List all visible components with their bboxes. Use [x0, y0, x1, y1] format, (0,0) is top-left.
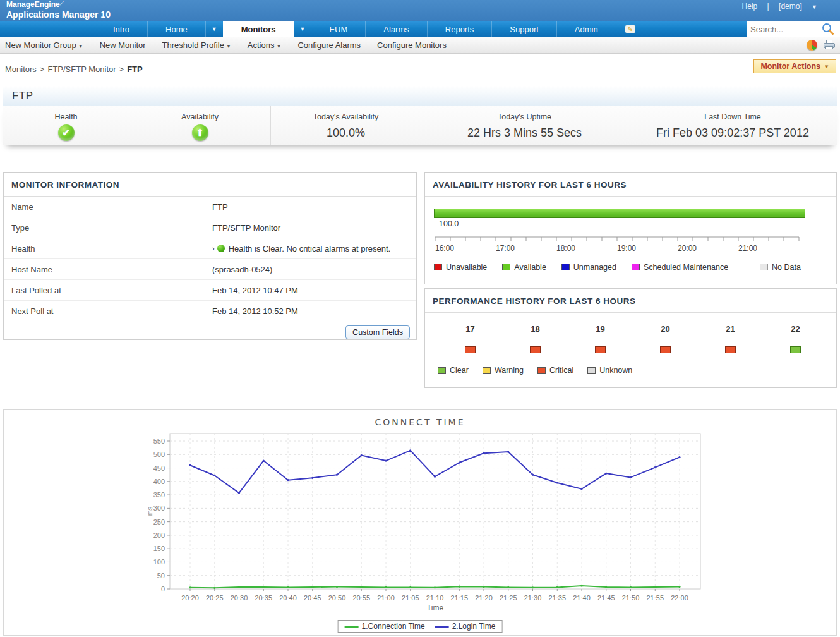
tab-support[interactable]: Support	[491, 21, 556, 37]
dropdown-caret-icon: ▼	[226, 44, 231, 49]
perf-status-critical-icon[interactable]	[465, 346, 476, 353]
perf-status-critical-icon[interactable]	[530, 346, 541, 353]
user-menu[interactable]: [demo]	[779, 2, 802, 11]
perf-status-critical-icon[interactable]	[725, 346, 736, 353]
availability-bar[interactable]	[434, 209, 805, 218]
svg-text:ms: ms	[146, 506, 153, 516]
availability-time-axis: 16:0017:0018:0019:0020:0021:00	[434, 228, 813, 252]
svg-text:16:00: 16:00	[435, 244, 454, 252]
tab-alarms[interactable]: Alarms	[365, 21, 426, 37]
monitor-actions-button[interactable]: Monitor Actions ▼	[753, 59, 836, 73]
nav-tabs: IntroHome▼Monitors▼EUMAlarmsReportsSuppo…	[95, 21, 644, 37]
printer-icon[interactable]	[824, 40, 835, 50]
status-cell-value: Fri Feb 03 09:02:37 PST 2012	[656, 126, 809, 140]
svg-text:21:35: 21:35	[548, 594, 566, 602]
info-label: Name	[4, 202, 212, 212]
legend-swatch	[434, 264, 442, 270]
health-status-orb-icon	[217, 245, 225, 252]
user-menu-caret-icon[interactable]: ▼	[812, 4, 817, 10]
legend-critical: Critical	[537, 366, 573, 375]
status-cell-label: Last Down Time	[704, 112, 761, 121]
info-label: Next Poll at	[4, 306, 212, 316]
status-strip: Health✔Availability⬆Today's Availability…	[3, 106, 837, 145]
perf-status-critical-icon[interactable]	[595, 346, 606, 353]
tab-monitors-dropdown-icon[interactable]: ▼	[294, 21, 311, 37]
svg-text:300: 300	[153, 504, 165, 512]
perf-status-critical-icon[interactable]	[660, 346, 671, 353]
svg-text:150: 150	[153, 545, 165, 552]
svg-text:19:00: 19:00	[617, 244, 636, 252]
subnav-threshold-profile[interactable]: Threshold Profile▼	[162, 40, 231, 50]
tab-home[interactable]: Home	[147, 21, 205, 37]
legend-swatch	[632, 264, 640, 270]
top-links-divider: |	[767, 2, 769, 11]
svg-text:500: 500	[153, 451, 165, 458]
logo-product: Applications Manager 10	[6, 9, 111, 20]
page-title-bar: FTP	[3, 86, 837, 106]
breadcrumb-item-2[interactable]: FTP/SFTP Monitor	[47, 64, 116, 74]
logo-slash-icon: ⟋	[60, 0, 64, 6]
performance-history-panel: PERFORMANCE HISTORY FOR LAST 6 HOURS 171…	[424, 288, 837, 388]
svg-text:21:20: 21:20	[475, 594, 493, 602]
svg-text:20:30: 20:30	[231, 594, 248, 602]
monitor-information-panel: MONITOR INFORMATION NameFTPTypeFTP/SFTP …	[3, 172, 417, 340]
legend-unknown: Unknown	[587, 366, 632, 375]
svg-text:21:00: 21:00	[377, 594, 395, 602]
svg-text:400: 400	[153, 478, 165, 485]
breadcrumb-separator: >	[40, 64, 45, 74]
availability-legend: UnavailableAvailableUnmanagedScheduled M…	[425, 263, 836, 272]
search-icon[interactable]	[821, 22, 835, 36]
breadcrumb-item-3: FTP	[127, 64, 143, 74]
info-label: Host Name	[4, 265, 212, 274]
tab-home-dropdown-icon[interactable]: ▼	[205, 21, 223, 37]
svg-text:21:10: 21:10	[426, 594, 444, 602]
legend-no-data: No Data	[760, 263, 801, 272]
legend-swatch	[587, 367, 596, 374]
pie-chart-icon[interactable]	[807, 40, 817, 51]
info-value: Feb 14, 2012 10:52 PM	[212, 306, 298, 316]
perf-hour-label: 21	[726, 324, 735, 334]
custom-fields-button[interactable]: Custom Fields	[345, 325, 410, 339]
tab-eum[interactable]: EUM	[311, 21, 365, 37]
subnav-new-monitor-group[interactable]: New Monitor Group▼	[5, 40, 83, 50]
perf-hour-label: 20	[661, 324, 669, 334]
svg-text:21:05: 21:05	[402, 594, 419, 602]
info-value: (sprasadh-0524)	[212, 265, 272, 274]
svg-text:21:55: 21:55	[646, 594, 664, 602]
chart-legend--login-time: 2.Login Time	[435, 622, 496, 631]
breadcrumb-separator: >	[119, 64, 124, 74]
tab-reports[interactable]: Reports	[427, 21, 492, 37]
svg-text:20:40: 20:40	[279, 594, 297, 602]
perf-hour-21: 21	[698, 324, 763, 353]
subnav-toolbar: New Monitor Group▼New MonitorThreshold P…	[0, 37, 840, 54]
legend-warning: Warning	[483, 366, 524, 375]
status-cell-availability: Availability⬆	[129, 106, 271, 145]
tab-admin[interactable]: Admin	[556, 21, 616, 37]
info-row-type: TypeFTP/SFTP Monitor	[4, 217, 416, 238]
tab-monitors[interactable]: Monitors	[223, 21, 294, 37]
chart-title: CONNECT TIME	[4, 410, 836, 427]
quick-edit-tab[interactable]: ✎	[616, 21, 644, 37]
svg-text:100: 100	[153, 558, 165, 566]
breadcrumb-item-1[interactable]: Monitors	[5, 64, 37, 74]
perf-status-clear-icon[interactable]	[790, 346, 801, 353]
legend-available: Available	[502, 263, 546, 272]
help-link[interactable]: Help	[742, 2, 758, 11]
tab-intro[interactable]: Intro	[95, 21, 147, 37]
subnav-items: New Monitor Group▼New MonitorThreshold P…	[0, 40, 447, 50]
subnav-configure-monitors[interactable]: Configure Monitors	[377, 40, 447, 50]
subnav-actions[interactable]: Actions▼	[248, 40, 282, 50]
connect-time-chart-panel: CONNECT TIME 050100150200250300350400450…	[3, 410, 837, 636]
info-label: Type	[4, 223, 212, 233]
info-label: Last Polled at	[4, 286, 212, 295]
legend-swatch	[537, 367, 546, 374]
svg-text:20:50: 20:50	[328, 594, 346, 602]
status-cell-last-down-time: Last Down TimeFri Feb 03 09:02:37 PST 20…	[628, 106, 837, 145]
subnav-configure-alarms[interactable]: Configure Alarms	[297, 40, 361, 50]
svg-text:18:00: 18:00	[556, 244, 575, 252]
availability-history-title: AVAILABILITY HISTORY FOR LAST 6 HOURS	[425, 173, 836, 197]
info-label: Health	[4, 244, 212, 253]
search-input[interactable]	[747, 22, 821, 36]
info-row-next-poll-at: Next Poll atFeb 14, 2012 10:52 PM	[4, 301, 416, 322]
subnav-new-monitor[interactable]: New Monitor	[100, 40, 146, 50]
